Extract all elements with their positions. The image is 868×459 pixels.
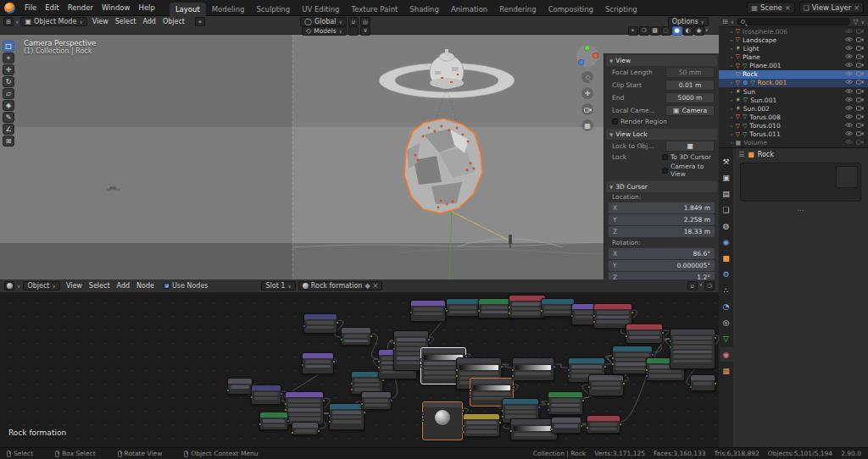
perspective-toggle-icon[interactable]: ▦ <box>581 119 593 131</box>
output-socket[interactable] <box>651 353 654 357</box>
input-socket[interactable] <box>350 388 353 391</box>
camera-view-icon[interactable] <box>581 103 593 115</box>
render-camera-icon[interactable] <box>856 70 864 78</box>
input-socket[interactable] <box>501 415 504 418</box>
cursor-location-z[interactable]: Z18.33 m <box>609 226 715 237</box>
input-socket[interactable] <box>645 374 648 378</box>
input-socket[interactable] <box>392 341 396 345</box>
output-socket[interactable] <box>427 338 431 341</box>
output-socket[interactable] <box>332 360 336 363</box>
local-camera-field[interactable]: ▣Camera <box>665 105 715 116</box>
properties-tab-modifiers[interactable]: ⚙ <box>720 267 733 281</box>
node-header[interactable] <box>464 414 499 419</box>
outliner-row-sun-002[interactable]: •☀Sun.002 <box>719 104 868 113</box>
node-header[interactable] <box>304 314 337 319</box>
node-header[interactable] <box>479 299 513 304</box>
input-socket[interactable] <box>669 340 672 343</box>
clip-end-field[interactable]: 5000 m <box>665 92 715 103</box>
panel-view-header[interactable]: ▼ View <box>606 55 717 66</box>
input-socket[interactable] <box>469 395 472 398</box>
visibility-eye-icon[interactable] <box>845 45 853 53</box>
input-socket[interactable] <box>328 414 331 418</box>
chevron-down-icon[interactable]: ∨ <box>731 19 734 25</box>
input-socket[interactable] <box>689 385 693 389</box>
annotate-tool[interactable]: ✎ <box>3 112 14 123</box>
render-camera-icon[interactable] <box>856 113 864 121</box>
node-header[interactable] <box>503 399 538 404</box>
input-socket[interactable] <box>420 364 423 368</box>
properties-tab-render[interactable]: ▣ <box>720 170 733 185</box>
input-socket[interactable] <box>421 418 425 422</box>
input-socket[interactable] <box>455 368 459 372</box>
show-overlays-button[interactable]: ❍ <box>639 26 649 36</box>
node-header[interactable] <box>303 353 333 358</box>
input-socket[interactable] <box>611 362 615 366</box>
properties-tab-particles[interactable]: ∴ <box>720 283 733 297</box>
visibility-eye-icon[interactable] <box>845 97 853 104</box>
material-slot[interactable] <box>836 166 858 188</box>
input-socket[interactable] <box>377 360 381 363</box>
properties-tab-constraints[interactable]: ◎ <box>720 315 733 329</box>
menu-edit[interactable]: Edit <box>41 2 63 14</box>
rotate-tool[interactable]: ↻ <box>3 76 14 87</box>
output-socket[interactable] <box>631 311 634 314</box>
input-socket[interactable] <box>567 368 570 372</box>
outliner-row-light[interactable]: •☀Light <box>719 44 868 53</box>
node-header[interactable] <box>509 296 545 301</box>
node-header[interactable] <box>548 392 582 397</box>
output-socket[interactable] <box>581 399 585 402</box>
properties-tab-output[interactable]: ▤ <box>720 186 733 201</box>
visibility-eye-icon[interactable] <box>845 113 853 121</box>
scene-selector[interactable]: ▦ Scene × <box>747 2 794 14</box>
input-socket[interactable] <box>392 347 396 351</box>
workspace-tab-compositing[interactable]: Compositing <box>542 3 599 16</box>
render-camera-icon[interactable] <box>856 62 864 69</box>
output-socket[interactable] <box>498 421 502 424</box>
node-30[interactable] <box>670 329 715 369</box>
viewport-menu-view[interactable]: View <box>89 18 112 25</box>
node-2[interactable] <box>251 384 281 405</box>
input-socket[interactable] <box>550 428 554 431</box>
node-header[interactable] <box>511 419 557 424</box>
input-socket[interactable] <box>259 423 262 426</box>
input-socket[interactable] <box>540 309 543 312</box>
render-camera-icon[interactable] <box>856 122 864 130</box>
output-socket[interactable] <box>370 335 373 338</box>
node-24[interactable] <box>548 391 583 415</box>
measure-tool[interactable]: ∠ <box>3 124 14 135</box>
input-socket[interactable] <box>669 346 672 349</box>
input-socket[interactable] <box>508 306 511 309</box>
node-7[interactable] <box>361 391 392 410</box>
node-5[interactable] <box>329 403 364 430</box>
properties-tab-material[interactable]: ◉ <box>720 347 733 362</box>
tool-settings-toggle-button[interactable] <box>348 26 359 36</box>
render-camera-icon[interactable] <box>856 28 864 36</box>
scale-tool[interactable]: ▱ <box>3 88 14 99</box>
node-header[interactable] <box>342 328 370 333</box>
viewport-menu-add[interactable]: Add <box>139 18 159 25</box>
input-socket[interactable] <box>377 366 381 369</box>
x-axis-dot[interactable] <box>593 53 598 58</box>
menu-render[interactable]: Render <box>64 2 97 14</box>
node-35[interactable] <box>303 313 337 334</box>
input-socket[interactable] <box>508 312 511 315</box>
toggle-xray-button[interactable]: ▩ <box>650 26 660 36</box>
render-region-checkbox[interactable] <box>612 119 618 124</box>
input-socket[interactable] <box>328 420 331 423</box>
properties-tab-physics[interactable]: ◔ <box>720 299 733 313</box>
node-34[interactable] <box>587 415 620 434</box>
node-header[interactable] <box>626 324 662 329</box>
editor-type-button[interactable] <box>4 281 14 290</box>
node-31[interactable] <box>690 374 715 391</box>
node-header[interactable] <box>447 299 479 304</box>
outliner-row-volume[interactable]: •▦Volume <box>719 139 868 147</box>
properties-tab-object[interactable]: ■ <box>720 251 733 265</box>
output-socket[interactable] <box>622 382 626 385</box>
shading-wireframe-button[interactable]: ◌ <box>661 26 671 36</box>
outliner-type-icon[interactable]: ⊞ <box>722 18 728 25</box>
cursor-location-y[interactable]: Y2.258 m <box>609 214 715 225</box>
node-26[interactable] <box>588 374 624 396</box>
node-3[interactable] <box>285 391 324 425</box>
input-socket[interactable] <box>340 338 343 341</box>
outliner-row-sun-001[interactable]: •☀▽Sun.001 <box>719 96 868 104</box>
